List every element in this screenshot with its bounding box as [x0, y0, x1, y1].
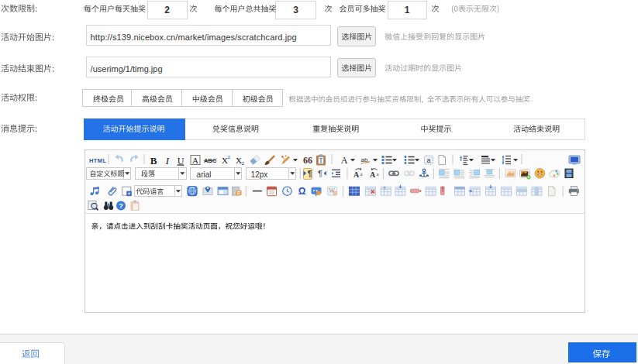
svg-text:a: a: [376, 171, 379, 177]
svg-text:66: 66: [303, 155, 312, 166]
svg-text:A: A: [192, 156, 198, 165]
svg-text:B: B: [150, 155, 157, 167]
svg-text:T: T: [384, 186, 386, 191]
svg-text:¶: ¶: [308, 170, 312, 178]
svg-text:ab: ab: [361, 156, 368, 163]
svg-text:HTML: HTML: [89, 157, 106, 164]
svg-text:A: A: [341, 155, 348, 166]
svg-text:2: 2: [227, 154, 230, 160]
svg-text:?: ?: [119, 202, 123, 210]
svg-text:a: a: [360, 171, 363, 177]
svg-text:ABC: ABC: [204, 157, 217, 164]
svg-text:I: I: [165, 155, 170, 167]
svg-text:U: U: [178, 156, 185, 167]
svg-text:A: A: [370, 170, 376, 179]
svg-text:A: A: [353, 170, 360, 179]
svg-text:T: T: [319, 157, 323, 164]
svg-text:2: 2: [241, 160, 244, 167]
svg-text:a: a: [426, 156, 430, 164]
svg-text:Ω: Ω: [298, 186, 306, 197]
svg-text:¶: ¶: [318, 170, 322, 178]
